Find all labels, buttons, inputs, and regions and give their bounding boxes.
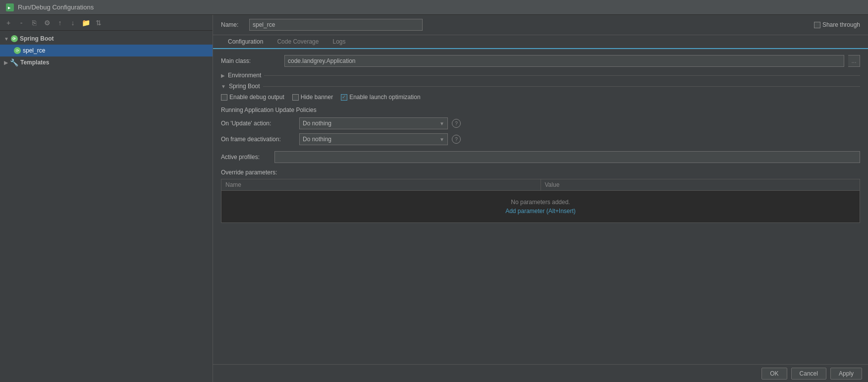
dialog-body: + - ⎘ ⚙ ↑ ↓ 📁 ⇅ ▼ ⟳ Spring Boot — [0, 15, 868, 382]
arrow-right-icon: ▶ — [4, 60, 8, 65]
config-up-btn[interactable]: ↑ — [54, 17, 65, 28]
config-tree-panel: + - ⎘ ⚙ ↑ ↓ 📁 ⇅ ▼ ⟳ Spring Boot — [0, 15, 213, 382]
config-item-spel-rce[interactable]: ⟳ spel_rce — [0, 45, 213, 56]
active-profiles-input[interactable] — [274, 151, 860, 163]
name-input[interactable] — [249, 19, 423, 31]
section-arrow-icon: ▶ — [221, 73, 225, 78]
override-params-label: Override parameters: — [221, 169, 860, 176]
hide-banner-label: Hide banner — [301, 94, 333, 101]
spring-boot-section: ▼ Spring Boot Enable debug output — [221, 83, 860, 223]
ok-button[interactable]: OK — [761, 368, 787, 380]
config-sort-btn[interactable]: ⇅ — [93, 17, 104, 28]
on-update-label: On 'Update' action: — [221, 120, 295, 127]
spel-rce-icon: ⟳ — [14, 47, 21, 54]
enable-launch-opt-label: Enable launch optimization — [349, 94, 420, 101]
config-content: Main class: code.landgrey.Application ..… — [213, 49, 868, 364]
cancel-button[interactable]: Cancel — [791, 368, 826, 380]
section-expand-icon: ▼ — [221, 84, 226, 89]
share-checkbox[interactable] — [814, 22, 820, 28]
config-copy-btn[interactable]: ⎘ — [29, 17, 40, 28]
enable-launch-opt-checkbox[interactable] — [341, 94, 347, 101]
dialog-icon: ▶ — [6, 3, 14, 11]
apply-button[interactable]: Apply — [830, 368, 862, 380]
dialog-footer: OK Cancel Apply — [213, 364, 868, 382]
on-frame-label: On frame deactivation: — [221, 136, 295, 143]
policies-section: Running Application Update Policies On '… — [221, 107, 860, 145]
config-tabs: Configuration Code Coverage Logs — [213, 35, 868, 49]
on-frame-select[interactable]: Do nothing ▼ — [299, 133, 448, 145]
on-update-help[interactable]: ? — [452, 119, 461, 128]
arrow-down-icon: ▼ — [4, 36, 9, 42]
params-col-value: Value — [541, 179, 860, 190]
tab-logs[interactable]: Logs — [326, 35, 352, 49]
share-label: Share through — [822, 21, 860, 28]
dropdown-arrow-icon: ▼ — [439, 137, 444, 142]
dialog-titlebar: ▶ Run/Debug Configurations — [0, 0, 868, 15]
policies-title: Running Application Update Policies — [221, 107, 860, 113]
config-item-spel-rce-label: spel_rce — [23, 47, 45, 54]
on-update-select[interactable]: Do nothing ▼ — [299, 117, 448, 129]
config-group-templates: ▶ 🔧 Templates — [0, 56, 213, 68]
config-folder-btn[interactable]: 📁 — [80, 17, 91, 28]
config-group-springboot-label: Spring Boot — [20, 35, 54, 42]
main-class-label: Main class: — [221, 57, 280, 64]
springboot-group-icon: ⟳ — [11, 35, 18, 42]
templates-icon: 🔧 — [10, 58, 18, 66]
config-settings-btn[interactable]: ⚙ — [42, 17, 53, 28]
override-parameters-section: Override parameters: Name Value No param… — [221, 169, 860, 223]
spring-boot-label: Spring Boot — [229, 83, 260, 90]
enable-debug-label: Enable debug output — [229, 94, 284, 101]
name-label: Name: — [221, 21, 243, 28]
config-remove-btn[interactable]: - — [16, 17, 27, 28]
params-header: Name Value — [221, 179, 860, 191]
config-name-row: Name: Share through — [213, 15, 868, 35]
run-debug-dialog: ▶ Run/Debug Configurations + - ⎘ ⚙ ↑ ↓ 📁… — [0, 0, 868, 382]
main-class-value: code.landgrey.Application — [284, 55, 844, 67]
main-class-browse-btn[interactable]: ... — [848, 55, 860, 67]
enable-launch-opt-checkbox-item: Enable launch optimization — [341, 94, 420, 101]
hide-banner-checkbox-item: Hide banner — [292, 94, 333, 101]
main-layout: 1: Project 2: Favorites Web Project ⊕ ⇄ … — [0, 23, 868, 382]
params-table: Name Value No parameters added. Add para… — [221, 179, 860, 223]
config-tree-content: ▼ ⟳ Spring Boot ⟳ spel_rce ▶ 🔧 Templates — [0, 31, 213, 382]
params-empty-text: No parameters added. — [511, 199, 570, 206]
dropdown-arrow-icon: ▼ — [439, 121, 444, 126]
config-down-btn[interactable]: ↓ — [67, 17, 78, 28]
config-tree-toolbar: + - ⎘ ⚙ ↑ ↓ 📁 ⇅ — [0, 15, 213, 31]
config-right-panel: Name: Share through Configuration Code C… — [213, 15, 868, 382]
config-group-springboot: ▼ ⟳ Spring Boot — [0, 33, 213, 45]
params-empty: No parameters added. Add parameter (Alt+… — [221, 191, 860, 222]
dialog-title: Run/Debug Configurations — [18, 3, 94, 11]
environment-label: Environment — [228, 72, 261, 79]
tab-configuration[interactable]: Configuration — [221, 35, 270, 49]
share-checkbox-area: Share through — [814, 21, 860, 28]
on-update-row: On 'Update' action: Do nothing ▼ ? — [221, 117, 860, 129]
active-profiles-row: Active profiles: — [221, 151, 860, 163]
on-update-value: Do nothing — [303, 120, 331, 127]
enable-debug-checkbox-item: Enable debug output — [221, 94, 284, 101]
main-class-row: Main class: code.landgrey.Application ..… — [221, 55, 860, 67]
active-profiles-label: Active profiles: — [221, 154, 271, 161]
on-frame-deactivation-row: On frame deactivation: Do nothing ▼ ? — [221, 133, 860, 145]
params-col-name: Name — [221, 179, 541, 190]
hide-banner-checkbox[interactable] — [292, 94, 299, 101]
environment-section[interactable]: ▶ Environment — [221, 72, 860, 79]
tab-code-coverage[interactable]: Code Coverage — [270, 35, 326, 49]
enable-debug-checkbox[interactable] — [221, 94, 227, 101]
config-add-btn[interactable]: + — [3, 17, 14, 28]
spring-boot-section-header[interactable]: ▼ Spring Boot — [221, 83, 860, 90]
on-frame-help[interactable]: ? — [452, 135, 461, 144]
on-frame-value: Do nothing — [303, 136, 331, 143]
add-param-link[interactable]: Add parameter (Alt+Insert) — [505, 208, 576, 215]
config-group-templates-label: Templates — [20, 59, 49, 66]
spring-boot-checkboxes: Enable debug output Hide banner Enable l… — [221, 94, 860, 101]
